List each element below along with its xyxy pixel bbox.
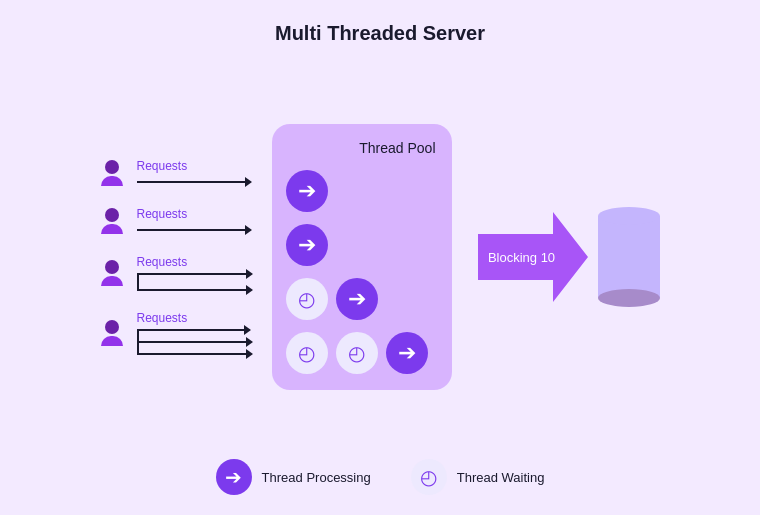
list-item: Requests — [101, 255, 247, 291]
request-label: Requests — [137, 311, 247, 325]
person-head — [105, 160, 119, 174]
thread-row: ➔ — [286, 224, 438, 266]
person-body — [101, 336, 123, 346]
thread-processing-icon: ➔ — [286, 170, 328, 212]
person-head — [105, 260, 119, 274]
request-label: Requests — [137, 255, 247, 269]
arrows-to-pool: Requests — [137, 311, 247, 355]
avatar — [101, 160, 123, 186]
legend-waiting-icon: ◴ — [411, 459, 447, 495]
diagram-container: Multi Threaded Server Requests — [0, 0, 760, 515]
thread-row: ◴ ➔ — [286, 278, 438, 320]
database-cylinder — [598, 207, 660, 307]
diagram-title: Multi Threaded Server — [275, 22, 485, 45]
list-item: Requests — [101, 207, 252, 235]
thread-processing-icon: ➔ — [286, 224, 328, 266]
list-item: Requests — [101, 311, 247, 355]
request-label: Requests — [137, 159, 252, 173]
blocking-arrow-section: Blocking 10 — [478, 212, 588, 302]
legend-item-waiting: ◴ Thread Waiting — [411, 459, 545, 495]
legend-processing-label: Thread Processing — [262, 470, 371, 485]
arrows-to-pool: Requests — [137, 159, 252, 187]
avatar — [101, 320, 123, 346]
person-body — [101, 276, 123, 286]
blocking-label: Blocking 10 — [486, 250, 558, 265]
thread-row: ➔ — [286, 170, 438, 212]
legend-processing-icon: ➔ — [216, 459, 252, 495]
request-label: Requests — [137, 207, 252, 221]
arrow-tip — [245, 225, 252, 235]
thread-waiting-icon: ◴ — [286, 332, 328, 374]
person-body — [101, 224, 123, 234]
big-arrow-wrapper: Blocking 10 — [478, 212, 588, 302]
db-bottom-ellipse — [598, 289, 660, 307]
person-head — [105, 208, 119, 222]
list-item: Requests — [101, 159, 252, 187]
thread-waiting-icon: ◴ — [286, 278, 328, 320]
thread-processing-icon: ➔ — [336, 278, 378, 320]
thread-processing-icon: ➔ — [386, 332, 428, 374]
thread-pool-box: Thread Pool ➔ ➔ ◴ ➔ — [272, 124, 452, 390]
thread-row: ◴ ◴ ➔ — [286, 332, 438, 374]
thread-pool-label: Thread Pool — [359, 140, 435, 156]
arrow-line — [137, 181, 245, 183]
db-body — [598, 216, 660, 298]
avatar — [101, 208, 123, 234]
person-body — [101, 176, 123, 186]
avatar — [101, 260, 123, 286]
person-head — [105, 320, 119, 334]
thread-waiting-icon: ◴ — [336, 332, 378, 374]
arrow-tip — [245, 177, 252, 187]
arrow-line — [137, 229, 245, 231]
arrows-to-pool: Requests — [137, 207, 252, 235]
legend-item-processing: ➔ Thread Processing — [216, 459, 371, 495]
db-top-ellipse — [598, 207, 660, 225]
main-area: Requests Requests — [0, 55, 760, 459]
legend-waiting-label: Thread Waiting — [457, 470, 545, 485]
arrows-to-pool: Requests — [137, 255, 247, 291]
clients-section: Requests Requests — [101, 159, 252, 355]
legend: ➔ Thread Processing ◴ Thread Waiting — [216, 459, 545, 515]
